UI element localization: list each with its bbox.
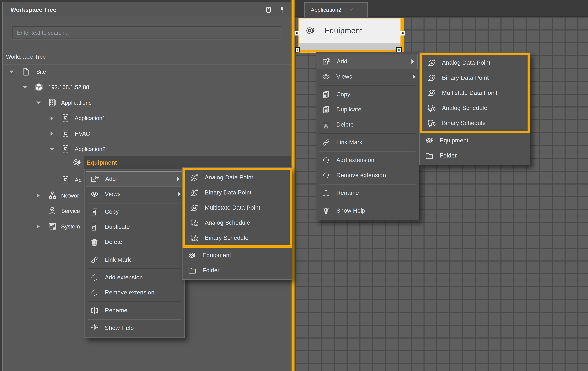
analog-schedule-icon [427,103,436,113]
trash-icon [321,120,331,129]
menu-item-remove-extension[interactable]: Remove extension [85,285,185,300]
expander-down-icon[interactable] [36,102,41,104]
menu-item-label: Binary Schedule [442,120,486,127]
menu-item-link-mark[interactable]: Link Mark [85,252,185,267]
submenu-item-equipment[interactable]: Equipment [420,133,530,148]
submenu-item-multistate-data-point[interactable]: Multistate Data Point [422,85,528,100]
corner-handle-bottom-left[interactable] [296,48,299,52]
menu-item-add-extension[interactable]: Add extension [316,153,419,168]
tree-item-site[interactable]: Site [3,64,291,79]
submenu-item-binary-schedule[interactable]: Binary Schedule [422,116,528,131]
menu-item-show-help[interactable]: Show Help [85,321,185,336]
submenu-item-multistate-data-point[interactable]: Multistate Data Point [185,200,290,215]
submenu-item-analog-schedule[interactable]: Analog Schedule [422,100,528,116]
link-icon [90,255,99,264]
add-icon [90,174,100,184]
tutorial-highlight-box: Analog Data Point Binary Data Point Mult… [182,168,292,248]
tree-item-application2[interactable]: Application2 [3,142,291,157]
menu-item-remove-extension[interactable]: Remove extension [316,168,419,183]
equipment-icon [425,136,434,145]
tree-item-applications[interactable]: Applications [3,95,291,110]
rename-cursor-icon [321,188,331,198]
submenu-item-folder[interactable]: Folder [182,263,292,278]
menu-item-rename[interactable]: Rename [85,303,185,318]
menu-item-delete[interactable]: Delete [316,117,419,132]
menu-item-views[interactable]: Views [316,69,419,84]
equipment-block-label: Equipment [324,26,362,35]
tree-item-hvac[interactable]: HVAC [3,126,291,141]
lightbulb-icon [90,323,99,333]
expander-right-icon[interactable] [51,131,53,136]
expander-right-icon[interactable] [37,224,40,229]
expander-down-icon[interactable] [23,86,27,89]
menu-item-label: Folder [203,267,220,274]
tree-item-label: Equipment [87,156,117,169]
expander-right-icon[interactable] [37,193,40,198]
analog-data-point-icon [427,58,436,67]
menu-item-duplicate[interactable]: Duplicate [85,219,185,234]
extension-refresh-icon [321,171,331,180]
menu-item-label: Remove extension [336,172,386,179]
search-input[interactable] [13,27,281,39]
pin-icon[interactable] [278,6,286,14]
menu-item-rename[interactable]: Rename [316,186,419,200]
views-eye-icon [321,72,331,81]
controller-cube-icon [34,82,44,92]
tree-item-label: Service [61,204,80,219]
menu-separator [85,267,185,270]
add-submenu: Analog Data Point Binary Data Point Mult… [419,53,530,165]
lightbulb-icon [321,206,331,216]
duplicate-icon [90,222,99,232]
submenu-item-binary-data-point[interactable]: Binary Data Point [185,185,290,200]
tab-application2[interactable]: Application2 ✕ [304,2,368,17]
submenu-item-binary-data-point[interactable]: Binary Data Point [422,70,528,85]
corner-handle-bottom-right[interactable] [397,48,401,52]
expander-down-icon[interactable] [50,148,54,151]
application-icon [61,144,71,154]
menu-separator [85,300,185,303]
menu-item-add-extension[interactable]: Add extension [85,270,185,285]
menu-item-views[interactable]: Views [85,186,185,202]
submenu-item-binary-schedule[interactable]: Binary Schedule [185,230,290,245]
menu-item-label: Link Mark [336,139,362,146]
menu-item-label: Duplicate [336,106,361,113]
menu-item-label: Analog Data Point [205,174,253,181]
submenu-item-analog-data-point[interactable]: Analog Data Point [422,55,528,70]
menu-item-label: Show Help [336,207,365,214]
extension-refresh-icon [90,288,99,297]
menu-item-show-help[interactable]: Show Help [316,203,419,218]
float-window-icon[interactable] [264,6,273,14]
submenu-item-analog-schedule[interactable]: Analog Schedule [185,215,290,230]
menu-item-add[interactable]: Add [317,54,418,69]
tree-item-label: Ap [75,173,82,188]
equipment-block[interactable]: Equipment [298,18,404,53]
tree-section-label: Workspace Tree [6,50,46,63]
menu-item-label: Link Mark [105,256,131,263]
analog-data-point-icon [190,173,199,182]
menu-item-link-mark[interactable]: Link Mark [316,135,419,150]
menu-item-copy[interactable]: Copy [316,87,419,102]
menu-item-label: Delete [105,239,122,245]
expander-right-icon[interactable] [51,116,53,120]
binary-data-point-icon [190,188,199,197]
submenu-item-equipment[interactable]: Equipment [182,248,292,263]
tree-item-label: HVAC [75,126,90,141]
menu-item-label: Show Help [105,325,134,331]
menu-item-delete[interactable]: Delete [85,234,185,250]
resize-handle-right[interactable] [400,32,405,36]
submenu-arrow-icon [411,59,414,64]
network-icon [48,191,57,200]
tree-item-label: 192.168.1.52:88 [48,80,89,95]
close-icon[interactable]: ✕ [349,7,353,12]
submenu-item-folder[interactable]: Folder [420,148,530,163]
system-icon [48,222,57,231]
menu-item-copy[interactable]: Copy [85,204,185,219]
submenu-item-analog-data-point[interactable]: Analog Data Point [185,170,290,185]
resize-handle-left[interactable] [294,32,299,36]
expander-down-icon[interactable] [9,71,14,73]
tree-item-application1[interactable]: Application1 [3,111,291,126]
views-eye-icon [90,189,99,199]
tree-item-device[interactable]: 192.168.1.52:88 [3,80,291,95]
menu-item-add[interactable]: Add [86,171,183,186]
menu-item-duplicate[interactable]: Duplicate [316,102,419,117]
